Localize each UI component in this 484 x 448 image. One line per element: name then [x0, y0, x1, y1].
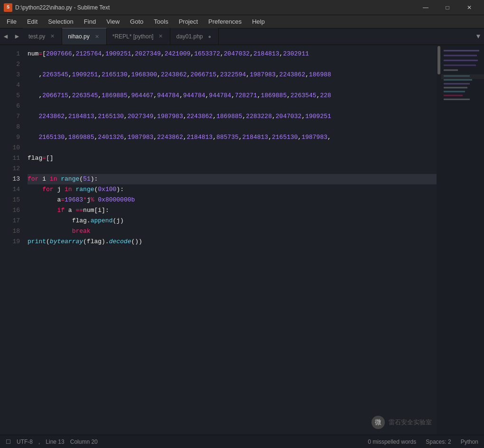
tab-close-nihao-py[interactable]: ✕	[93, 33, 101, 41]
titlebar: S D:\python222\nihao.py - Sublime Text —…	[0, 0, 484, 15]
maximize-button[interactable]: □	[437, 0, 458, 15]
window-controls: — □ ✕	[415, 0, 480, 15]
tab-close-day01[interactable]: ●	[207, 33, 213, 40]
status-spaces[interactable]: Spaces: 2	[426, 439, 451, 445]
line-num-11: 11	[0, 153, 20, 164]
line-num-16: 16	[0, 205, 20, 216]
svg-rect-12	[444, 99, 470, 100]
line-num-8: 8	[0, 122, 20, 132]
menu-project[interactable]: Project	[174, 16, 203, 27]
status-line: Line 13	[46, 439, 64, 445]
tab-scroll-right[interactable]: ▶	[11, 28, 23, 45]
code-line-14: for j in range(0x100):	[28, 184, 484, 195]
code-line-18: break	[28, 226, 484, 237]
line-numbers: 1 2 3 4 5 6 7 8 9 10 11 12 13 14 15 16 1…	[0, 45, 24, 435]
menu-edit[interactable]: Edit	[22, 16, 42, 27]
code-line-3: ,2263545,1909251,2165130,1968300,2243862…	[28, 70, 484, 80]
code-line-10	[28, 143, 484, 153]
tab-repl-python[interactable]: *REPL* [python] ✕	[107, 28, 171, 45]
tab-label: test.py	[28, 33, 45, 40]
code-line-1: num=[2007666,2125764,1909251,2027349,242…	[28, 49, 484, 59]
line-num-13: 13	[0, 174, 20, 184]
tab-scroll-left[interactable]: ◀	[0, 28, 11, 45]
menu-view[interactable]: View	[102, 16, 124, 27]
line-num-12: 12	[0, 164, 20, 174]
code-line-2	[28, 59, 484, 70]
sublime-icon: S	[4, 3, 12, 12]
status-language[interactable]: Python	[461, 439, 478, 445]
svg-rect-2	[444, 55, 477, 56]
line-num-9: 9	[0, 132, 20, 143]
statusbar-right: 0 misspelled words Spaces: 2 Python	[368, 439, 478, 445]
code-line-19: print(bytearray(flag).decode())	[28, 237, 484, 247]
tab-test-py[interactable]: test.py ✕	[23, 28, 62, 45]
status-col: Column 20	[70, 439, 98, 445]
titlebar-left: S D:\python222\nihao.py - Sublime Text	[4, 3, 110, 12]
menu-file[interactable]: File	[2, 16, 21, 27]
code-line-4	[28, 80, 484, 91]
svg-rect-13	[441, 74, 484, 79]
svg-rect-0	[441, 45, 484, 435]
menu-help[interactable]: Help	[247, 16, 270, 27]
menu-preferences[interactable]: Preferences	[204, 16, 246, 27]
tab-day01-php[interactable]: day01.php ●	[170, 28, 219, 45]
statusbar-left: ☐ UTF-8, Line 13 Column 20	[6, 439, 98, 445]
tab-close-test-py[interactable]: ✕	[49, 32, 56, 40]
scrollbar-thumb[interactable]	[437, 46, 440, 74]
code-line-13: for i in range(51):	[28, 174, 484, 184]
line-num-7: 7	[0, 111, 20, 122]
menu-find[interactable]: Find	[79, 16, 101, 27]
code-line-16: if a ==num[i]:	[28, 205, 484, 216]
svg-rect-11	[444, 95, 463, 96]
menu-goto[interactable]: Goto	[125, 16, 148, 27]
watermark-text: 雷石安全实验室	[389, 418, 432, 427]
code-line-12	[28, 164, 484, 174]
svg-rect-1	[444, 50, 479, 51]
line-num-15: 15	[0, 195, 20, 205]
svg-rect-9	[444, 87, 467, 88]
status-checkbox: ☐	[6, 439, 11, 445]
code-line-9: 2165130,1869885,2401326,1987983,2243862,…	[28, 132, 484, 143]
svg-rect-7	[444, 79, 472, 81]
editor-container: 1 2 3 4 5 6 7 8 9 10 11 12 13 14 15 16 1…	[0, 45, 484, 435]
status-encoding[interactable]: UTF-8	[17, 439, 33, 445]
line-num-5: 5	[0, 91, 20, 101]
tab-label: nihao.py	[68, 33, 89, 40]
watermark-icon: 微	[372, 416, 385, 429]
minimap	[441, 45, 484, 435]
code-line-17: flag.append(j)	[28, 216, 484, 226]
svg-rect-5	[444, 69, 458, 71]
menu-tools[interactable]: Tools	[149, 16, 173, 27]
tab-nihao-py[interactable]: nihao.py ✕	[62, 28, 106, 45]
line-num-10: 10	[0, 143, 20, 153]
line-num-4: 4	[0, 80, 20, 91]
statusbar: ☐ UTF-8, Line 13 Column 20 0 misspelled …	[0, 435, 484, 448]
svg-rect-10	[444, 91, 465, 92]
close-button[interactable]: ✕	[458, 0, 480, 15]
code-line-5: ,2066715,2263545,1869885,964467,944784,9…	[28, 91, 484, 101]
tab-close-repl[interactable]: ✕	[157, 32, 164, 40]
code-line-11: flag=[]	[28, 153, 484, 164]
svg-rect-8	[444, 83, 470, 84]
line-num-17: 17	[0, 216, 20, 226]
status-separator1: ,	[38, 439, 40, 445]
code-line-6	[28, 101, 484, 111]
minimize-button[interactable]: —	[415, 0, 437, 15]
line-num-19: 19	[0, 237, 20, 247]
line-num-3: 3	[0, 70, 20, 80]
vertical-scrollbar[interactable]	[437, 45, 441, 435]
titlebar-title: D:\python222\nihao.py - Sublime Text	[15, 4, 110, 11]
tab-label: day01.php	[176, 33, 203, 40]
svg-rect-4	[444, 64, 476, 66]
code-line-7: 2243862,2184813,2165130,2027349,1987983,…	[28, 111, 484, 122]
menubar: File Edit Selection Find View Goto Tools…	[0, 15, 484, 28]
code-editor[interactable]: num=[2007666,2125764,1909251,2027349,242…	[24, 45, 484, 435]
line-num-1: 1	[0, 49, 20, 59]
tab-label: *REPL* [python]	[112, 33, 154, 40]
minimap-visualization	[441, 45, 484, 435]
line-num-14: 14	[0, 184, 20, 195]
line-num-6: 6	[0, 101, 20, 111]
line-num-18: 18	[0, 226, 20, 237]
tab-overflow-button[interactable]: ▼	[473, 28, 484, 45]
menu-selection[interactable]: Selection	[43, 16, 78, 27]
